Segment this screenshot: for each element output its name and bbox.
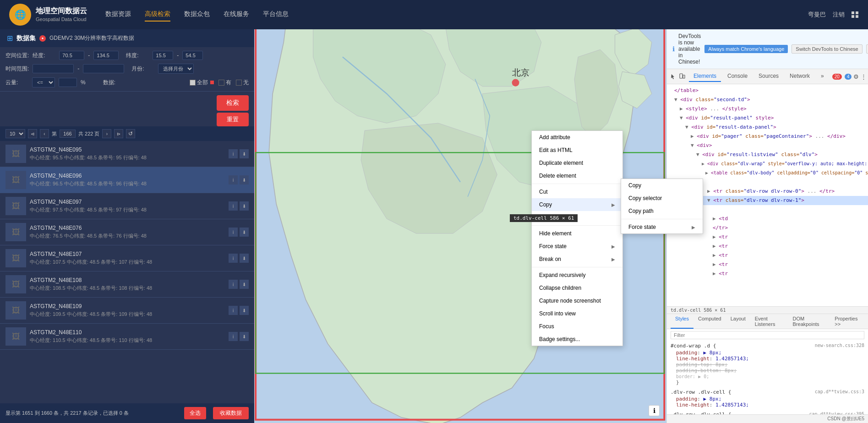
tab-styles[interactable]: Styles <box>671 314 693 329</box>
data-item-3[interactable]: 🖼 ASTGTM2_N48E076 中心经度: 76.5 中心纬度: 48.5 … <box>0 219 254 245</box>
ctx-force-state[interactable]: Force state ▶ <box>532 240 622 253</box>
notif-match-language-btn[interactable]: Always match Chrome's language <box>704 45 788 53</box>
html-line-1[interactable]: ▼ <div class="second-td"> <box>667 95 868 104</box>
data-item-1[interactable]: 🖼 ASTGTM2_N48E096 中心经度: 96.5 中心纬度: 48.5 … <box>0 167 254 193</box>
lon-from-input[interactable] <box>59 51 84 60</box>
data-item-4[interactable]: 🖼 ASTGTM2_N48E107 中心经度: 107.5 中心纬度: 48.5… <box>0 245 254 271</box>
ctx-break-on[interactable]: Break on ▶ <box>532 253 622 266</box>
nav-user[interactable]: 弯曼巴 <box>808 11 826 19</box>
time-to-input[interactable] <box>83 64 124 73</box>
tab-layout[interactable]: Layout <box>726 314 750 329</box>
ctx-hide[interactable]: Hide element <box>532 227 622 240</box>
item-info-btn-5[interactable]: i <box>229 280 238 289</box>
ctx-duplicate[interactable]: Duplicate element <box>532 157 622 169</box>
ctx-capture-screenshot[interactable]: Capture node screenshot <box>532 294 622 307</box>
ctx-add-attribute[interactable]: Add attribute <box>532 131 622 144</box>
ctx-cut[interactable]: Cut <box>532 185 622 198</box>
map-info-btn[interactable]: ℹ <box>649 405 660 416</box>
month-select[interactable]: 选择月份 <box>158 64 194 74</box>
html-line-8[interactable]: ▶ <div class="dlv-wrap" style="overflow-… <box>667 159 868 168</box>
nav-grid-icon[interactable] <box>852 11 859 18</box>
tab-event-listeners[interactable]: Event Listeners <box>750 314 788 329</box>
html-line-tr6[interactable]: ▶ <tr <box>667 269 868 278</box>
lat-from-input[interactable] <box>153 51 173 60</box>
html-line-5[interactable]: ▶ <div id="pager" class="pageContainer">… <box>667 132 868 141</box>
item-download-btn-0[interactable]: ⬇ <box>240 149 249 158</box>
html-line-6[interactable]: ▼ <div> <box>667 141 868 150</box>
html-line-tr2[interactable]: ▶ <tr <box>667 233 868 242</box>
item-info-btn-3[interactable]: i <box>229 228 238 237</box>
notif-switch-chinese-btn[interactable]: Switch DevTools to Chinese <box>792 44 862 54</box>
data-item-6[interactable]: 🖼 ASTGTM2_N48E109 中心经度: 109.5 中心纬度: 48.5… <box>0 298 254 324</box>
item-info-btn-0[interactable]: i <box>229 149 238 158</box>
copy-submenu-force-state[interactable]: Force state ▶ <box>621 221 703 233</box>
data-item-0[interactable]: 🖼 ASTGTM2_N48E095 中心经度: 95.5 中心纬度: 48.5 … <box>0 141 254 167</box>
nav-item-data-resources[interactable]: 数据资源 <box>105 8 131 22</box>
more-options-btn[interactable]: ⋮ <box>861 71 867 81</box>
nav-item-online[interactable]: 在线服务 <box>224 8 249 22</box>
copy-submenu-copy[interactable]: Copy <box>621 179 703 192</box>
tab-network[interactable]: Network <box>785 71 814 82</box>
html-line-tr5[interactable]: ▶ <tr <box>667 260 868 269</box>
data-item-2[interactable]: 🖼 ASTGTM2_N48E097 中心经度: 97.5 中心纬度: 48.5 … <box>0 193 254 219</box>
nav-item-platform[interactable]: 平台信息 <box>263 8 289 22</box>
ctx-expand-recursively[interactable]: Expand recursively <box>532 269 622 282</box>
item-info-btn-6[interactable]: i <box>229 306 238 315</box>
radio-yes[interactable]: 有 <box>218 79 231 87</box>
radio-no[interactable]: 无 <box>236 79 249 87</box>
tab-elements[interactable]: Elements <box>689 71 721 82</box>
lon-to-input[interactable] <box>93 51 119 60</box>
data-item-5[interactable]: 🖼 ASTGTM2_N48E108 中心经度: 108.5 中心纬度: 48.5… <box>0 271 254 298</box>
device-toolbar-btn[interactable] <box>679 71 685 81</box>
lat-to-input[interactable] <box>182 51 203 60</box>
item-download-btn-4[interactable]: ⬇ <box>240 254 249 263</box>
refresh-btn[interactable]: ↺ <box>126 129 135 138</box>
tab-dom-breakpoints[interactable]: DOM Breakpoints <box>788 314 830 329</box>
settings-btn[interactable]: ⚙ <box>853 71 859 81</box>
item-download-btn-2[interactable]: ⬇ <box>240 201 249 211</box>
html-line-2[interactable]: ▶ <style> ... </style> <box>667 104 868 114</box>
item-download-btn-7[interactable]: ⬇ <box>240 332 249 341</box>
ctx-scroll-into-view[interactable]: Scroll into view <box>532 307 622 320</box>
ctx-badge-settings[interactable]: Badge settings... <box>532 333 622 346</box>
html-line-0[interactable]: </table> <box>667 86 868 95</box>
styles-filter-input[interactable] <box>671 331 864 339</box>
copy-submenu-path[interactable]: Copy path <box>621 205 703 217</box>
copy-submenu-selector[interactable]: Copy selector <box>621 192 703 205</box>
tab-sources[interactable]: Sources <box>754 71 783 82</box>
ctx-paste[interactable]: Paste <box>532 211 622 224</box>
item-info-btn-2[interactable]: i <box>229 201 238 211</box>
per-page-select[interactable]: 10 <box>5 129 25 138</box>
ctx-edit-html[interactable]: Edit as HTML <box>532 144 622 157</box>
main-context-menu[interactable]: Add attribute Edit as HTML Duplicate ele… <box>531 130 623 346</box>
next-page-btn[interactable]: › <box>102 129 111 138</box>
prev-page-btn[interactable]: ‹ <box>40 129 49 138</box>
html-line-9[interactable]: ▶ <table class="dlv-body" cellpadding="0… <box>667 168 868 178</box>
tab-more[interactable]: » <box>816 71 829 82</box>
html-line-4[interactable]: ▼ <div id="result-data-panel"> <box>667 123 868 132</box>
ctx-copy[interactable]: Copy ▶ <box>532 198 622 211</box>
item-info-btn-4[interactable]: i <box>229 254 238 263</box>
search-button[interactable]: 检索 <box>217 95 249 111</box>
select-all-button[interactable]: 全选 <box>184 407 206 419</box>
ctx-focus[interactable]: Focus <box>532 320 622 333</box>
collect-button[interactable]: 收藏数据 <box>213 407 249 419</box>
html-line-tr4[interactable]: ▶ <tr <box>667 251 868 260</box>
cloud-op-select[interactable]: <= <box>32 77 55 87</box>
nav-logout[interactable]: 注销 <box>833 11 845 19</box>
notif-dont-show-btn[interactable]: Don't show again <box>866 44 868 54</box>
reset-button[interactable]: 重置 <box>217 113 249 126</box>
item-download-btn-6[interactable]: ⬇ <box>240 306 249 315</box>
html-line-3[interactable]: ▼ <div id="result-panel" style> <box>667 114 868 123</box>
radio-all[interactable]: 全部 <box>190 79 214 87</box>
nav-item-search[interactable]: 高级检索 <box>145 8 170 22</box>
ctx-collapse-children[interactable]: Collapse children <box>532 282 622 294</box>
page-input[interactable] <box>60 130 76 138</box>
data-item-7[interactable]: 🖼 ASTGTM2_N48E110 中心经度: 110.5 中心纬度: 48.5… <box>0 324 254 350</box>
item-info-btn-1[interactable]: i <box>229 175 238 184</box>
last-page-btn[interactable]: ⊳ <box>114 129 123 138</box>
item-info-btn-7[interactable]: i <box>229 332 238 341</box>
item-download-btn-5[interactable]: ⬇ <box>240 280 249 289</box>
copy-submenu[interactable]: Copy Copy selector Copy path Force state… <box>621 179 703 234</box>
html-line-7[interactable]: ▼ <div id="result-listview" class="dlv"> <box>667 150 868 159</box>
